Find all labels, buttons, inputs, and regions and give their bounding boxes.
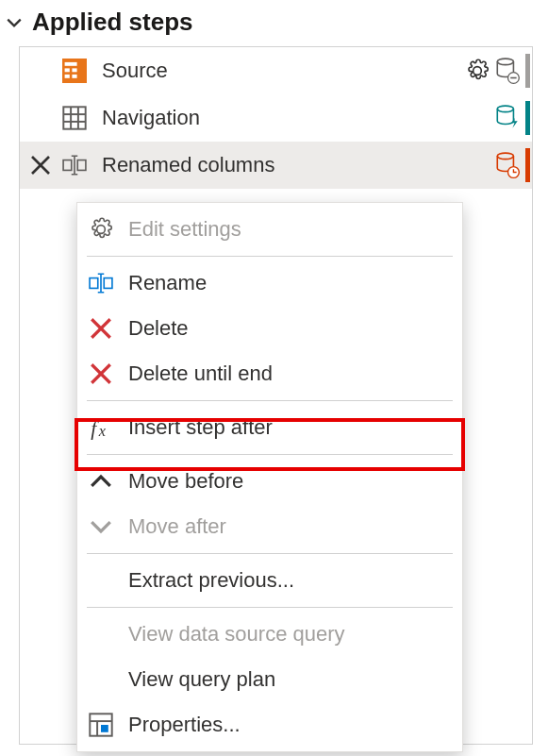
svg-rect-2 [65, 68, 70, 72]
step-row-source[interactable]: Source [20, 47, 532, 94]
panel-title: Applied steps [32, 8, 192, 37]
table-icon-orange [62, 59, 87, 83]
menu-label: Delete until end [128, 361, 273, 386]
menu-edit-settings: Edit settings [77, 207, 462, 252]
menu-label: Delete [128, 316, 189, 341]
context-menu: Edit settings Rename Delete Delet [76, 202, 463, 752]
svg-rect-23 [104, 278, 112, 289]
menu-label: Move before [128, 469, 243, 494]
database-clock-icon[interactable] [495, 151, 520, 179]
close-icon [89, 361, 113, 386]
svg-rect-3 [72, 68, 76, 72]
menu-delete[interactable]: Delete [77, 306, 462, 351]
rename-icon [89, 271, 113, 295]
menu-separator [87, 256, 453, 257]
menu-view-data-source-query: View data source query [77, 612, 462, 657]
svg-point-20 [497, 153, 513, 159]
svg-text:f: f [91, 417, 99, 440]
menu-separator [87, 607, 453, 608]
menu-view-query-plan[interactable]: View query plan [77, 657, 462, 702]
delete-step-icon[interactable] [29, 154, 52, 176]
step-label: Source [102, 59, 465, 83]
fx-icon: f x [89, 415, 113, 440]
close-icon [89, 316, 113, 341]
accent-bar [525, 101, 530, 135]
menu-label: Edit settings [128, 217, 241, 242]
gear-icon[interactable] [465, 59, 490, 83]
menu-separator [87, 400, 453, 401]
menu-label: Insert step after [128, 415, 273, 440]
database-minus-icon[interactable] [495, 57, 520, 85]
chevron-up-icon [89, 469, 113, 494]
step-row-navigation[interactable]: Navigation [20, 94, 532, 142]
menu-extract-previous[interactable]: Extract previous... [77, 558, 462, 603]
svg-rect-17 [63, 160, 72, 171]
svg-point-14 [497, 106, 513, 111]
database-lightning-icon[interactable] [495, 104, 520, 132]
svg-point-6 [497, 59, 513, 64]
svg-rect-4 [65, 75, 70, 78]
menu-label: Extract previous... [128, 568, 294, 593]
menu-label: View query plan [128, 667, 275, 692]
step-label: Navigation [102, 106, 495, 130]
menu-delete-until-end[interactable]: Delete until end [77, 351, 462, 396]
applied-steps-header[interactable]: Applied steps [0, 0, 548, 42]
svg-rect-5 [72, 75, 76, 78]
menu-label: Properties... [128, 713, 241, 737]
svg-rect-18 [77, 160, 86, 171]
gear-icon [89, 217, 113, 242]
svg-rect-34 [101, 725, 108, 732]
properties-icon [89, 713, 113, 737]
menu-label: Move after [128, 514, 226, 539]
steps-panel: Source Navigation [19, 46, 533, 745]
menu-separator [87, 553, 453, 554]
menu-label: Rename [128, 271, 207, 295]
accent-bar [525, 54, 530, 88]
svg-rect-22 [90, 278, 98, 289]
rename-column-icon [62, 153, 87, 177]
step-row-renamed-columns[interactable]: Renamed columns [20, 142, 532, 189]
svg-text:x: x [98, 423, 107, 440]
menu-insert-step-after[interactable]: f x Insert step after [77, 405, 462, 450]
menu-label: View data source query [128, 622, 345, 647]
menu-move-after: Move after [77, 504, 462, 549]
svg-rect-9 [63, 107, 85, 128]
step-label: Renamed columns [102, 153, 495, 177]
chevron-down-icon [6, 14, 23, 31]
menu-rename[interactable]: Rename [77, 260, 462, 306]
menu-separator [87, 454, 453, 455]
svg-rect-1 [65, 62, 77, 66]
table-icon-grey [62, 106, 87, 130]
accent-bar [525, 148, 530, 182]
menu-properties[interactable]: Properties... [77, 702, 462, 748]
chevron-down-icon [89, 514, 113, 539]
menu-move-before[interactable]: Move before [77, 459, 462, 504]
